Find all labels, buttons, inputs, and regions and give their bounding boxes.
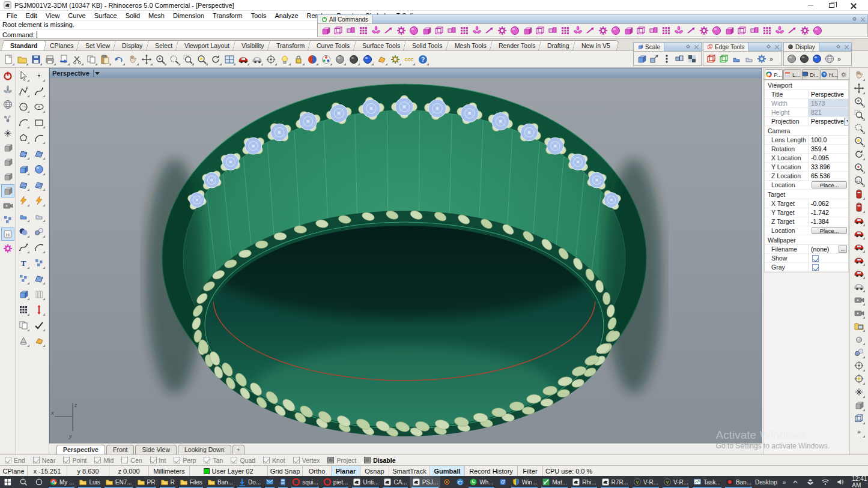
panel-value[interactable]: 359.4: [808, 145, 848, 153]
all-commands-icon[interactable]: [647, 24, 660, 37]
shaded-mode-icon[interactable]: [306, 53, 319, 66]
all-commands-icon[interactable]: [521, 24, 533, 37]
arc-icon[interactable]: [17, 116, 30, 129]
taskbar-bandicam[interactable]: Ban...: [723, 476, 754, 488]
flt-display-tab[interactable]: Display: [783, 42, 819, 51]
taskbar-defender[interactable]: Win...: [509, 476, 540, 488]
all-commands-icon[interactable]: [432, 24, 445, 37]
named-view-icon[interactable]: [237, 53, 250, 66]
all-commands-icon[interactable]: [458, 24, 470, 37]
osnap-checkbox-point[interactable]: [63, 457, 70, 463]
car-front-icon[interactable]: [853, 214, 866, 227]
render-dark-icon[interactable]: [347, 53, 360, 66]
place-button[interactable]: Place...: [812, 181, 847, 188]
text-object-icon[interactable]: T: [17, 256, 30, 270]
zoom-selected2-icon[interactable]: [853, 134, 866, 148]
zoom-dynamic2-icon[interactable]: [853, 121, 866, 134]
undo-icon[interactable]: [112, 53, 126, 66]
close-icon[interactable]: [774, 44, 779, 49]
osnap-item-knot[interactable]: Knot: [263, 457, 285, 464]
plugin-propeller-icon[interactable]: [1, 83, 14, 97]
car-side-icon[interactable]: [853, 227, 866, 240]
taskbar-chrome[interactable]: My ...: [47, 476, 76, 488]
clipboard-icon[interactable]: [17, 319, 30, 332]
taskbar-instagram[interactable]: [496, 476, 509, 488]
scale-nonuniform-icon[interactable]: [673, 52, 685, 65]
status-planar[interactable]: Planar: [332, 466, 360, 476]
clock[interactable]: 12:41 AM: [850, 475, 868, 488]
panel-value[interactable]: -1.384: [808, 217, 848, 226]
camera-icon[interactable]: [853, 293, 866, 306]
options-gear-icon[interactable]: [389, 53, 402, 66]
zoom-1to1-icon[interactable]: 1:1: [853, 174, 866, 187]
plugin-box4-icon[interactable]: [1, 184, 14, 197]
menu-transform[interactable]: Transform: [208, 12, 247, 19]
block-icon[interactable]: [17, 288, 30, 301]
taskbar-cam-app[interactable]: [440, 476, 454, 488]
columns-icon[interactable]: [32, 288, 46, 301]
taskbar-opera-piet[interactable]: piet...: [321, 476, 350, 488]
flt-scale-tab[interactable]: Scale: [633, 42, 664, 51]
cut-icon[interactable]: [71, 53, 84, 66]
taskbar-rhino-psj[interactable]: PSJ...: [410, 476, 441, 488]
taskbar-folder-r[interactable]: R: [158, 476, 177, 488]
sphere-icon[interactable]: [32, 163, 46, 176]
scale-3d-icon[interactable]: [635, 52, 648, 65]
boolean-difference-icon[interactable]: [32, 225, 46, 238]
all-commands-icon[interactable]: [483, 24, 496, 37]
car-side2-icon[interactable]: [853, 240, 866, 253]
all-commands-icon[interactable]: [723, 24, 735, 37]
all-commands-icon[interactable]: [584, 24, 596, 37]
tab-layers[interactable]: L...: [783, 69, 801, 79]
scale-1d2-icon[interactable]: [660, 52, 673, 65]
more-chevron-icon[interactable]: »: [836, 55, 843, 62]
osnap-toggle-disable[interactable]: [364, 457, 371, 463]
volume-icon[interactable]: [835, 478, 846, 486]
panel-value[interactable]: Perspective: [808, 90, 848, 98]
plugin-snap-icon[interactable]: [1, 127, 14, 140]
check-selection-icon[interactable]: [32, 319, 46, 332]
menu-analyze[interactable]: Analyze: [270, 12, 302, 19]
panel-value[interactable]: Perspective: [808, 117, 848, 125]
close-icon[interactable]: [694, 44, 699, 49]
gear-icon[interactable]: [852, 16, 857, 23]
more-chevron-icon[interactable]: »: [853, 425, 866, 438]
all-commands-icon[interactable]: [634, 24, 647, 37]
taskbar-task-manager[interactable]: Task...: [691, 476, 723, 488]
zoom-icon[interactable]: [154, 53, 167, 66]
toolbar-tab-curve-tools[interactable]: Curve Tools: [308, 40, 359, 50]
plugin-settings-icon[interactable]: [1, 242, 14, 255]
rebuild-edges-icon[interactable]: [755, 52, 768, 65]
desktop-label[interactable]: Desktop: [754, 479, 778, 486]
status-ortho[interactable]: Ortho: [303, 466, 332, 476]
panel-settings-gear-icon[interactable]: [839, 70, 848, 79]
plugin-clamp-icon[interactable]: [1, 199, 14, 212]
all-commands-icon[interactable]: [798, 24, 811, 37]
loft-surface-icon[interactable]: [32, 147, 46, 160]
more-chevron-icon[interactable]: »: [768, 55, 775, 62]
join-icon[interactable]: [32, 209, 46, 223]
pan-icon[interactable]: [126, 53, 139, 66]
toolbar-tab-solid-tools[interactable]: Solid Tools: [403, 40, 452, 50]
all-commands-icon[interactable]: [559, 24, 571, 37]
zoom-target-icon[interactable]: [853, 161, 866, 174]
merge-edge-icon[interactable]: [742, 52, 755, 65]
split-icon[interactable]: [17, 209, 30, 223]
scale-1d-icon[interactable]: [32, 303, 46, 316]
osnap-checkbox-near[interactable]: [33, 457, 40, 463]
all-commands-icon[interactable]: [445, 24, 458, 37]
osnap-checkbox-end[interactable]: [5, 457, 11, 463]
place-button[interactable]: Place...: [812, 227, 847, 234]
osnap-item-perp[interactable]: Perp: [174, 457, 196, 464]
panel-checkbox-gray[interactable]: [812, 264, 819, 271]
osnap-item-quad[interactable]: Quad: [231, 457, 255, 464]
all-commands-icon[interactable]: [357, 24, 369, 37]
copy-icon[interactable]: [85, 53, 98, 66]
osnap-item-point[interactable]: Point: [63, 457, 86, 464]
plugin-hotkey-icon[interactable]: H: [1, 227, 14, 241]
help-icon[interactable]: ?: [416, 53, 429, 66]
all-commands-icon[interactable]: [609, 24, 622, 37]
toolbar-tab-viewport-layout[interactable]: Viewport Layout: [175, 40, 238, 50]
status-cplane[interactable]: CPlane: [0, 466, 28, 476]
point-icon[interactable]: [32, 69, 46, 82]
